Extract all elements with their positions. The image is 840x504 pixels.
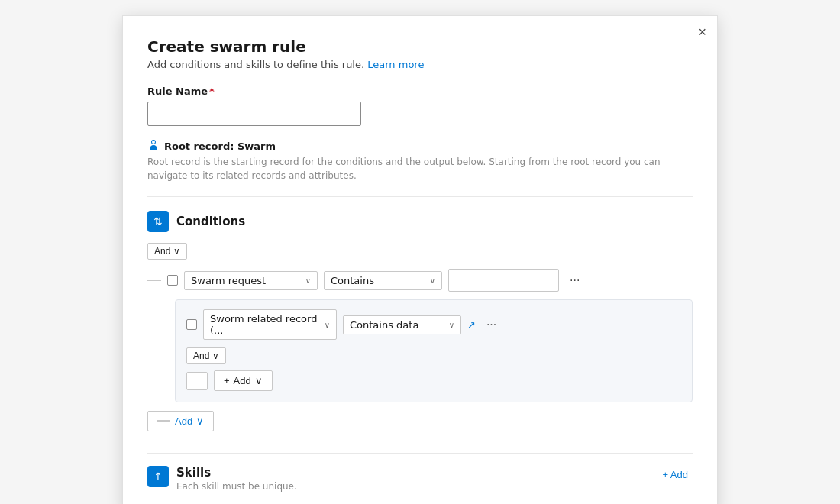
add-skill-button[interactable]: + Add (657, 466, 693, 483)
field-dropdown[interactable]: Swarm request ∨ (184, 271, 318, 290)
skills-left: ↑ Skills Each skill must be unique. (147, 466, 297, 492)
create-swarm-rule-modal: × Create swarm rule Add conditions and s… (122, 15, 718, 504)
skills-title: Skills (176, 466, 297, 480)
operator-dropdown[interactable]: Contains ∨ (324, 271, 442, 290)
root-record-section: Root record: Swarm Root record is the st… (147, 140, 693, 197)
root-record-icon (147, 140, 160, 152)
learn-more-link[interactable]: Learn more (367, 59, 424, 70)
root-record-desc: Root record is the starting record for t… (147, 155, 693, 183)
condition-row: Swarm request ∨ Contains ∨ ··· (147, 269, 693, 292)
nested-field-dropdown[interactable]: Sworm related record (... ∨ (203, 309, 337, 340)
nested-add-button[interactable]: + Add ∨ (214, 370, 273, 391)
nested-condition-row: Sworm related record (... ∨ Contains dat… (186, 309, 681, 340)
condition-checkbox[interactable] (167, 275, 178, 286)
nested-field-arrow: ∨ (325, 321, 330, 329)
value-input[interactable] (448, 269, 559, 292)
conditions-icon-box: ⇅ (147, 211, 169, 232)
skills-text-block: Skills Each skill must be unique. (176, 466, 297, 492)
skills-icon-box: ↑ (147, 466, 169, 487)
and-dropdown[interactable]: And ∨ (147, 243, 187, 260)
outer-add-chevron-icon: ∨ (196, 415, 204, 427)
nested-operator-arrow: ∨ (449, 321, 454, 329)
nested-operator-dropdown[interactable]: Contains data ∨ (343, 315, 461, 334)
conditions-title: Conditions (176, 215, 245, 228)
modal-subtitle: Add conditions and skills to define this… (147, 59, 693, 70)
operator-dropdown-arrow: ∨ (430, 276, 435, 285)
modal-title: Create swarm rule (147, 37, 693, 56)
skills-section: ↑ Skills Each skill must be unique. + Ad… (147, 453, 693, 492)
expand-icon[interactable]: ↗ (467, 319, 476, 331)
and-chevron-icon: ∨ (173, 246, 180, 257)
conditions-section-header: ⇅ Conditions (147, 211, 693, 232)
rule-name-label: Rule Name* (147, 86, 693, 97)
nested-add-plus-icon: + (224, 375, 230, 386)
condition-dash (147, 280, 161, 281)
outer-add-row: Add ∨ (147, 410, 693, 431)
nested-ellipsis-button[interactable]: ··· (482, 316, 501, 333)
rule-name-input[interactable] (147, 102, 361, 126)
nested-checkbox[interactable] (186, 319, 197, 330)
close-button[interactable]: × (698, 25, 706, 39)
nested-add-chevron-icon: ∨ (255, 375, 263, 386)
outer-add-button[interactable]: Add ∨ (147, 411, 214, 431)
field-dropdown-arrow: ∨ (305, 276, 311, 285)
conditions-icon: ⇅ (153, 215, 163, 228)
outer-add-dash (157, 420, 170, 422)
nested-and-chevron-icon: ∨ (212, 351, 219, 361)
skills-desc: Each skill must be unique. (176, 481, 297, 492)
nested-blank-input (186, 372, 208, 390)
nested-condition-area: Sworm related record (... ∨ Contains dat… (175, 299, 693, 402)
skills-icon: ↑ (153, 470, 163, 483)
condition-ellipsis-button[interactable]: ··· (565, 272, 584, 289)
root-record-label: Root record: Swarm (147, 140, 693, 152)
nested-and-dropdown[interactable]: And ∨ (186, 347, 226, 364)
